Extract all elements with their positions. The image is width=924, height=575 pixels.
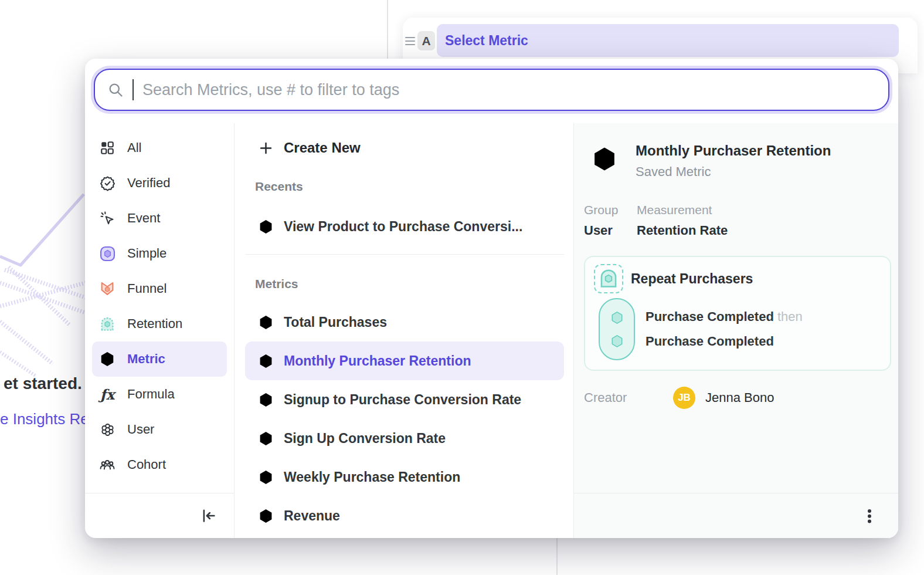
event-metric-hexagon-icon — [258, 508, 274, 524]
retention-metric-hexagon-icon — [258, 353, 274, 369]
sequence-capsule — [599, 298, 635, 360]
group-value: User — [584, 223, 637, 238]
metric-block-letter-badge: A — [417, 31, 435, 50]
sidebar-item-label: Formula — [127, 387, 175, 402]
funnel-metric-hexagon-icon — [258, 431, 274, 447]
metric-details-panel: Monthly Purchaser Retention Saved Metric… — [573, 123, 898, 538]
select-metric-pill[interactable]: Select Metric — [437, 24, 899, 57]
recents-section-title: Recents — [255, 176, 564, 197]
simple-hexagon-icon — [98, 245, 116, 262]
creator-avatar: JB — [673, 387, 695, 409]
list-item-label: Weekly Purchase Retention — [284, 469, 460, 485]
list-item-label: View Product to Purchase Conversi... — [284, 219, 522, 235]
sidebar-footer — [85, 493, 234, 538]
verified-badge-icon — [98, 174, 116, 192]
select-metric-label: Select Metric — [445, 33, 528, 49]
search-input[interactable] — [142, 81, 876, 99]
background-panel-divider — [387, 0, 388, 59]
list-item-label: Signup to Purchase Conversion Rate — [284, 392, 521, 408]
sidebar-item-formula[interactable]: ƒx Formula — [92, 377, 227, 412]
creator-label: Creator — [584, 390, 673, 405]
list-item[interactable]: Revenue — [245, 496, 564, 535]
background-get-started-text: et started. — [4, 374, 82, 393]
background-panel-divider — [556, 538, 558, 575]
create-new-label: Create New — [284, 140, 361, 156]
overflow-menu-icon[interactable] — [861, 507, 878, 525]
funnel-metric-hexagon-icon — [258, 392, 274, 408]
plus-icon — [258, 140, 274, 156]
list-item-selected[interactable]: Monthly Purchaser Retention — [245, 341, 564, 380]
list-item[interactable]: Signup to Purchase Conversion Rate — [245, 380, 564, 419]
step-2-event: Purchase Completed — [646, 334, 774, 349]
sidebar-item-label: User — [127, 422, 154, 437]
group-label: Group — [584, 203, 637, 217]
create-new-button[interactable]: Create New — [245, 131, 564, 164]
funnel-metric-hexagon-icon — [258, 219, 274, 235]
retention-metric-hexagon-icon — [591, 146, 618, 172]
details-footer — [574, 493, 898, 538]
details-meta: Group User Measurement Retention Rate — [584, 203, 891, 238]
funnel-hexagon-icon — [98, 280, 116, 297]
search-icon — [107, 82, 124, 98]
list-item-label: Monthly Purchaser Retention — [284, 353, 471, 369]
measurement-label: Measurement — [637, 203, 728, 217]
retention-metric-hexagon-icon — [258, 469, 274, 485]
sidebar-item-funnel[interactable]: Funnel — [92, 271, 227, 306]
list-item[interactable]: Sign Up Conversion Rate — [245, 419, 564, 458]
sidebar-item-user[interactable]: User — [92, 412, 227, 447]
collapse-left-icon[interactable] — [200, 507, 218, 525]
sidebar-item-label: All — [127, 140, 141, 155]
cohort-definition-card: Repeat Purchasers Purchase Completed the… — [584, 256, 891, 371]
sidebar-item-label: Metric — [127, 351, 165, 367]
sidebar-item-simple[interactable]: Simple — [92, 236, 227, 271]
drag-handle-icon[interactable] — [404, 33, 417, 49]
sidebar-item-metric[interactable]: Metric — [92, 341, 227, 377]
step-1-event: Purchase Completed — [646, 309, 774, 324]
list-item[interactable]: View Product to Purchase Conversi... — [245, 207, 564, 246]
details-subtitle: Saved Metric — [636, 164, 831, 180]
measurement-value: Retention Rate — [637, 223, 728, 238]
sidebar-item-label: Retention — [127, 316, 182, 332]
section-divider — [245, 254, 564, 255]
search-field[interactable] — [94, 69, 889, 111]
list-item-label: Revenue — [284, 508, 340, 524]
step-hexagon-icon — [609, 333, 625, 349]
step-connector: then — [777, 309, 803, 324]
sidebar-item-all[interactable]: All — [92, 130, 227, 165]
user-flower-icon — [98, 421, 116, 438]
sidebar-item-label: Funnel — [127, 281, 167, 296]
sidebar-item-cohort[interactable]: Cohort — [92, 447, 227, 482]
metric-selector-modal: All Verified E — [85, 59, 898, 538]
metric-list-panel: Create New Recents View Product to Purch… — [235, 123, 573, 538]
search-focus-ring — [91, 66, 892, 114]
sidebar-item-retention[interactable]: Retention — [92, 306, 227, 341]
sidebar-item-event[interactable]: Event — [92, 201, 227, 236]
sidebar-item-label: Verified — [127, 175, 170, 191]
cohort-icon — [594, 264, 623, 293]
details-title: Monthly Purchaser Retention — [636, 138, 831, 159]
event-metric-hexagon-icon — [258, 314, 274, 330]
sidebar-item-label: Cohort — [127, 457, 166, 472]
grid-icon — [98, 139, 116, 157]
background-insights-report-link[interactable]: e Insights Re — [0, 410, 89, 428]
formula-fx-icon: ƒx — [98, 385, 116, 403]
background-chart-lines-illustration — [0, 194, 94, 387]
category-sidebar: All Verified E — [85, 123, 235, 538]
cohort-name: Repeat Purchasers — [631, 271, 753, 287]
list-item[interactable]: Weekly Purchase Retention — [245, 458, 564, 496]
list-item-label: Total Purchases — [284, 314, 387, 330]
retention-hexagon-icon — [98, 315, 116, 333]
cohort-people-icon — [98, 456, 116, 473]
creator-name: Jenna Bono — [705, 390, 774, 405]
sidebar-item-verified[interactable]: Verified — [92, 165, 227, 201]
metric-hexagon-icon — [98, 350, 116, 368]
text-cursor — [133, 79, 134, 100]
metrics-section-title: Metrics — [255, 273, 564, 295]
list-item-label: Sign Up Conversion Rate — [284, 431, 446, 447]
sidebar-item-label: Event — [127, 211, 160, 226]
event-cursor-icon — [98, 209, 116, 227]
list-item[interactable]: Total Purchases — [245, 303, 564, 341]
creator-row: Creator JB Jenna Bono — [584, 387, 891, 409]
sidebar-item-label: Simple — [127, 246, 167, 261]
step-hexagon-icon — [609, 310, 625, 326]
